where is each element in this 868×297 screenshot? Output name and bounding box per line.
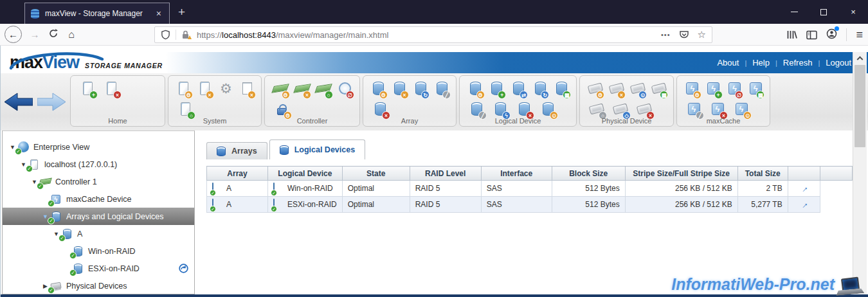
system-remove-button[interactable]: × [197, 80, 213, 98]
tree-item-maxcache-device[interactable]: ϟ✓maxCache Device [3, 190, 194, 208]
scrollbar-up-arrow[interactable] [853, 52, 867, 63]
column-header-array[interactable]: Array [207, 166, 268, 181]
sidebars-icon[interactable] [806, 30, 817, 40]
device-scan-button[interactable]: ○ [588, 100, 606, 118]
reload-button[interactable] [45, 29, 62, 40]
maxcache-io-grid-button[interactable]: ϟ▦ [748, 80, 763, 98]
window-close-button[interactable]: × [838, 0, 868, 24]
ribbon-forward-arrow-button[interactable] [37, 92, 66, 112]
tab-arrays[interactable]: Arrays [206, 142, 267, 159]
tab-logical-devices[interactable]: Logical Devices [269, 140, 366, 159]
delete-system-button[interactable]: × [102, 80, 120, 98]
logical-settings-button[interactable]: ⚙ [467, 80, 484, 98]
controller-lock-settings-button[interactable]: ⚙ [273, 100, 291, 118]
tree-item-localhost-127-0-0-1[interactable]: ▼✓localhost (127.0.0.1) [3, 156, 194, 173]
cell-logical-device[interactable]: ✓Win-on-RAID [268, 181, 343, 197]
maxcache-settings-button[interactable]: ϟ⚙ [685, 80, 700, 98]
window-minimize-button[interactable] [779, 0, 809, 24]
window-maximize-button[interactable] [809, 0, 838, 24]
maxcache-create-button[interactable]: ϟ+ [706, 80, 721, 98]
cell-interface[interactable]: SAS [481, 181, 552, 197]
pocket-icon[interactable] [679, 30, 689, 40]
page-actions-icon[interactable]: ••• [661, 31, 671, 39]
device-settings-button[interactable]: ⚙ [588, 80, 603, 98]
maxcache-delete-button[interactable]: ϟ× [709, 100, 727, 118]
controller-config-remove-button[interactable]: × [294, 80, 311, 98]
table-row-esxi-on-raid[interactable]: ✓A✓ESXi-on-RAIDOptimalRAID 5SAS512 Bytes… [207, 197, 853, 213]
account-button[interactable] [826, 28, 837, 42]
home-button[interactable]: ⌂ [63, 29, 80, 40]
bookmark-star-icon[interactable]: ☆ [698, 29, 706, 40]
cell-go-link[interactable]: → [788, 181, 820, 197]
array-settings-button[interactable]: ⚙ [371, 80, 386, 98]
device-power-button[interactable]: ⊙ [630, 80, 646, 98]
clear-logs-button[interactable]: × [239, 80, 255, 98]
column-header-interface[interactable]: Interface [481, 166, 552, 181]
preferences-gears-button[interactable]: ⚙ [219, 80, 234, 98]
tree-item-arrays-and-logical-devices[interactable]: ▼✓Arrays and Logical Devices [3, 208, 194, 225]
header-link-about[interactable]: About [717, 58, 739, 68]
cell-total-size[interactable]: 2 TB [737, 181, 788, 197]
go-to-device-arrow-icon[interactable]: → [797, 197, 811, 211]
cell-stripe-size[interactable]: 256 KB / 512 KB [625, 181, 737, 197]
tab-close-icon[interactable]: × [154, 8, 163, 19]
cell-raid-level[interactable]: RAID 5 [410, 197, 481, 213]
logical-migrate-button[interactable]: ↻ [532, 80, 548, 98]
insecure-lock-warning-icon[interactable] [181, 30, 192, 40]
tree-item-controller-1[interactable]: ▼✓Controller 1 [3, 173, 194, 190]
scrollbar-thumb[interactable] [854, 65, 865, 147]
forward-button[interactable]: → [27, 29, 42, 40]
header-link-help[interactable]: Help [752, 58, 770, 68]
go-to-device-arrow-icon[interactable]: → [797, 181, 811, 195]
logical-power-button[interactable]: ⊙ [539, 100, 557, 118]
back-button[interactable]: ← [5, 26, 22, 43]
page-scrollbar[interactable] [853, 52, 867, 294]
column-header-total-size[interactable]: Total Size [737, 166, 788, 181]
cell-state[interactable]: Optimal [342, 181, 410, 197]
logical-build-button[interactable]: ╱ [467, 100, 485, 118]
maxcache-disable-button[interactable]: ϟ∅ [727, 80, 743, 98]
logical-delete-button[interactable]: × [515, 100, 533, 118]
device-repair-button[interactable]: × [609, 80, 624, 98]
array-build-button[interactable]: ╱ [434, 80, 449, 98]
cell-raid-level[interactable]: RAID 5 [410, 181, 481, 197]
maxcache-build-button[interactable]: ϟ╱ [685, 100, 703, 118]
tree-item-esxi-on-raid[interactable]: ✓ESXi-on-RAID [3, 260, 194, 277]
column-header-logical-device[interactable]: Logical Device [268, 166, 343, 181]
cell-logical-device[interactable]: ✓ESXi-on-RAID [268, 197, 343, 213]
logical-io-grid-button[interactable]: ▦ [554, 80, 570, 98]
alarm-disable-button[interactable]: ∅ [338, 80, 354, 98]
maxcache-power-button[interactable]: ϟ⊙ [732, 100, 750, 118]
array-modify-button[interactable]: × [392, 80, 408, 98]
tracking-protection-shield-icon[interactable] [161, 30, 170, 40]
header-link-refresh[interactable]: Refresh [783, 58, 813, 68]
array-rebuild-button[interactable]: ↻ [413, 80, 429, 98]
column-header-empty[interactable] [788, 166, 820, 181]
logical-create-button[interactable]: + [489, 80, 505, 98]
device-io-grid-button[interactable]: ▦ [651, 80, 667, 98]
tree-item-enterprise-view[interactable]: ▼✓Enterprise View [3, 138, 194, 156]
tree-item-a[interactable]: ▼✓A [3, 225, 194, 242]
cell-block-size[interactable]: 512 Bytes [552, 181, 625, 197]
add-system-button[interactable]: + [78, 80, 96, 98]
controller-scan-button[interactable]: ○ [316, 80, 332, 98]
cell-interface[interactable]: SAS [481, 197, 552, 213]
cell-stripe-size[interactable]: 256 KB / 512 KB [625, 197, 737, 213]
logical-erase-button[interactable]: ϟ [491, 100, 509, 118]
column-header-stripe-size-full-stripe-size[interactable]: Stripe Size/Full Stripe Size [625, 166, 737, 181]
tree-item-win-on-raid[interactable]: ✓Win-on-RAID [3, 242, 194, 260]
system-settings-button[interactable]: ⚙ [176, 80, 192, 98]
ribbon-back-arrow-button[interactable] [5, 92, 33, 112]
controller-settings-button[interactable]: ⚙ [273, 80, 289, 98]
system-scan-button[interactable]: ○ [176, 100, 194, 118]
address-bar[interactable]: https://localhost:8443/maxview/manager/m… [154, 26, 712, 43]
menu-hamburger-icon[interactable]: ≡ [856, 28, 863, 42]
device-delete-button[interactable]: × [635, 100, 653, 118]
column-header-empty[interactable] [820, 166, 852, 181]
browser-tab[interactable]: maxView - Storage Manager × [24, 3, 170, 24]
cell-array[interactable]: ✓A [207, 181, 268, 197]
cell-go-link[interactable]: → [788, 197, 820, 213]
column-header-state[interactable]: State [342, 166, 410, 181]
cell-array[interactable]: ✓A [207, 197, 268, 213]
tree-item-physical-devices[interactable]: ▶✓Physical Devices [3, 277, 194, 294]
